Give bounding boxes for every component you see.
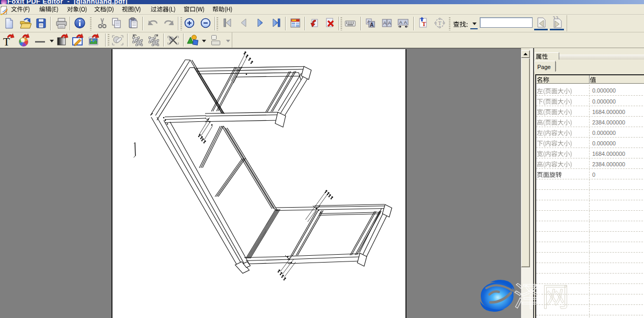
svg-text:T: T: [422, 20, 426, 28]
svg-text:A: A: [388, 20, 391, 26]
svg-text:A: A: [370, 22, 374, 28]
svg-text:A: A: [383, 20, 387, 26]
svg-text:T: T: [3, 36, 10, 48]
svg-text:A: A: [399, 20, 402, 25]
svg-text:A: A: [404, 20, 407, 25]
svg-text:T: T: [438, 20, 442, 26]
